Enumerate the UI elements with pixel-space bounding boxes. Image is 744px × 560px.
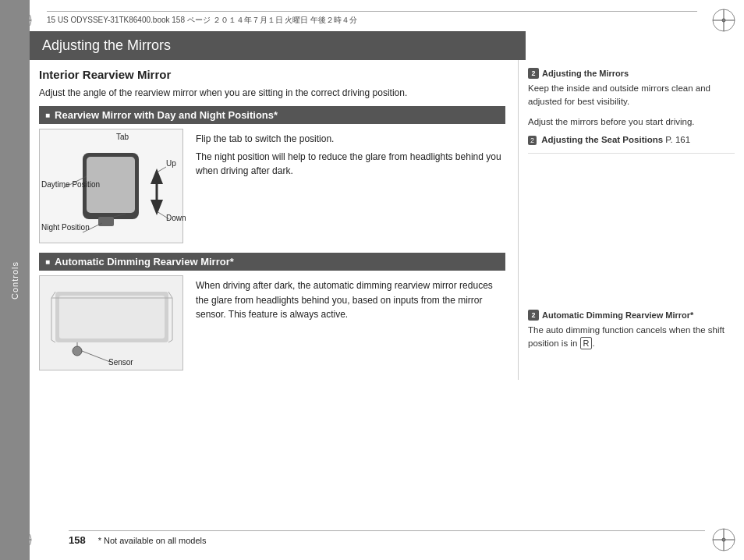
right-column: Adjusting the Mirrors Keep the inside an…	[518, 60, 735, 380]
page-number: 158	[69, 534, 86, 546]
right-section1-link: 2 Adjusting the Seat Positions P. 161	[528, 135, 735, 145]
right-section1-text1: Keep the inside and outside mirrors clea…	[528, 82, 735, 109]
svg-rect-18	[98, 217, 114, 226]
right-section2-text: The auto dimming function cancels when t…	[528, 324, 735, 351]
main-section-title: Interior Rearview Mirror	[39, 68, 505, 81]
svg-line-23	[157, 167, 166, 172]
day-night-desc-line1: Flip the tab to switch the position.	[196, 132, 505, 147]
auto-dimming-desc: When driving after dark, the automatic d…	[196, 278, 505, 322]
svg-line-30	[168, 292, 172, 298]
sidebar: Controls	[0, 0, 30, 560]
mirror-diagram-box: Tab Up Down Daytime Position Night Posit…	[39, 129, 183, 243]
page-title: Adjusting the Mirrors	[42, 37, 171, 53]
night-position-label: Night Position	[41, 223, 90, 232]
svg-point-36	[73, 346, 82, 356]
main-content: Adjusting the Mirrors Interior Rearview …	[30, 0, 744, 560]
svg-line-38	[82, 351, 110, 362]
day-night-subtitle: Rearview Mirror with Day and Night Posit…	[39, 106, 505, 124]
svg-line-35	[168, 340, 172, 342]
tab-label: Tab	[116, 133, 129, 141]
sidebar-label: Controls	[10, 261, 19, 299]
auto-dimming-diagram-row: Sensor When driving after dark, the auto…	[39, 275, 505, 370]
svg-marker-21	[151, 200, 163, 215]
sensor-diagram: Sensor	[40, 276, 182, 370]
right-divider	[528, 153, 735, 154]
auto-dimming-section: Automatic Dimming Rearview Mirror*	[39, 253, 505, 370]
svg-line-29	[51, 292, 55, 298]
sensor-label: Sensor	[108, 358, 133, 367]
svg-rect-28	[59, 296, 165, 338]
mirror-diagram: Tab Up Down Daytime Position Night Posit…	[40, 129, 182, 243]
svg-marker-19	[151, 168, 163, 184]
page-header: Adjusting the Mirrors	[30, 31, 526, 60]
content-area: Interior Rearview Mirror Adjust the angl…	[30, 60, 744, 380]
day-night-description: Flip the tab to switch the position. The…	[196, 129, 505, 243]
link-arrow-icon: 2	[528, 136, 537, 145]
day-night-diagram-row: Tab Up Down Daytime Position Night Posit…	[39, 129, 505, 243]
down-label: Down	[166, 214, 186, 222]
svg-line-34	[51, 340, 55, 342]
up-label: Up	[166, 159, 176, 168]
intro-text: Adjust the angle of the rearview mirror …	[39, 86, 505, 100]
footer-note: * Not available on all models	[98, 536, 207, 545]
auto-dimming-subtitle: Automatic Dimming Rearview Mirror*	[39, 253, 505, 271]
right-section2-block: Automatic Dimming Rearview Mirror* The a…	[528, 310, 735, 351]
auto-dimming-description: When driving after dark, the automatic d…	[196, 275, 505, 370]
day-night-desc-line2: The night position will help to reduce t…	[196, 150, 505, 179]
r-badge: R	[580, 337, 593, 349]
right-section2-title: Automatic Dimming Rearview Mirror*	[528, 310, 735, 321]
right-section1-title: Adjusting the Mirrors	[528, 68, 735, 79]
footer: 158 * Not available on all models	[69, 530, 705, 546]
daytime-position-label: Daytime Position	[41, 179, 100, 190]
sensor-diagram-box: Sensor	[39, 275, 183, 370]
right-section1-text2: Adjust the mirrors before you start driv…	[528, 115, 735, 129]
left-column: Interior Rearview Mirror Adjust the angl…	[39, 60, 518, 380]
